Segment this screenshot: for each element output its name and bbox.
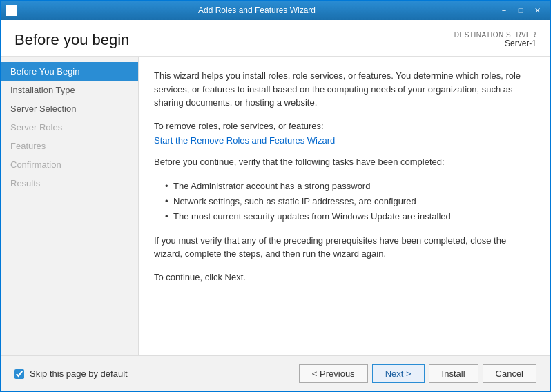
cancel-button[interactable]: Cancel bbox=[483, 364, 536, 383]
intro-paragraph: This wizard helps you install roles, rol… bbox=[154, 69, 535, 110]
wizard-main: Before You Begin Installation Type Serve… bbox=[1, 57, 550, 355]
skip-page-row: Skip this page by default bbox=[14, 369, 128, 379]
window-title: Add Roles and Features Wizard bbox=[17, 6, 496, 15]
bullet-item-2: Network settings, such as static IP addr… bbox=[165, 194, 535, 209]
server-name: Server-1 bbox=[454, 39, 536, 48]
destination-label: DESTINATION SERVER bbox=[454, 31, 536, 39]
nav-item-server-roles: Server Roles bbox=[1, 118, 138, 137]
wizard-body: Before you begin DESTINATION SERVER Serv… bbox=[1, 20, 550, 391]
minimize-button[interactable]: − bbox=[496, 4, 512, 17]
install-button[interactable]: Install bbox=[429, 364, 478, 383]
skip-page-checkbox[interactable] bbox=[14, 369, 24, 379]
nav-item-features: Features bbox=[1, 137, 138, 155]
skip-page-label[interactable]: Skip this page by default bbox=[30, 369, 128, 379]
nav-item-installation-type[interactable]: Installation Type bbox=[1, 81, 138, 99]
nav-item-confirmation: Confirmation bbox=[1, 155, 138, 174]
wizard-content: This wizard helps you install roles, rol… bbox=[139, 57, 550, 355]
wizard-header: Before you begin DESTINATION SERVER Serv… bbox=[1, 20, 550, 57]
previous-button[interactable]: < Previous bbox=[299, 364, 368, 383]
window-icon bbox=[6, 5, 17, 16]
wizard-window: Add Roles and Features Wizard − □ ✕ Befo… bbox=[0, 0, 551, 392]
nav-item-before-you-begin[interactable]: Before You Begin bbox=[1, 62, 138, 81]
destination-server-info: DESTINATION SERVER Server-1 bbox=[454, 31, 536, 48]
page-title: Before you begin bbox=[14, 31, 129, 49]
wizard-footer: Skip this page by default < Previous Nex… bbox=[1, 355, 550, 391]
close-button[interactable]: ✕ bbox=[530, 4, 545, 17]
prerequisites-list: The Administrator account has a strong p… bbox=[165, 179, 535, 224]
nav-item-results: Results bbox=[1, 174, 138, 193]
wizard-nav: Before You Begin Installation Type Serve… bbox=[1, 57, 139, 355]
window-controls: − □ ✕ bbox=[496, 4, 545, 17]
title-bar: Add Roles and Features Wizard − □ ✕ bbox=[1, 1, 550, 20]
bullet-item-1: The Administrator account has a strong p… bbox=[165, 179, 535, 194]
nav-item-server-selection[interactable]: Server Selection bbox=[1, 99, 138, 118]
prereq-text: If you must verify that any of the prece… bbox=[154, 234, 535, 261]
bullet-item-3: The most current security updates from W… bbox=[165, 209, 535, 224]
maximize-button[interactable]: □ bbox=[513, 4, 528, 17]
svg-rect-1 bbox=[9, 8, 14, 10]
next-button[interactable]: Next > bbox=[372, 364, 425, 383]
footer-buttons: < Previous Next > Install Cancel bbox=[299, 364, 536, 383]
remove-wizard-link[interactable]: Start the Remove Roles and Features Wiza… bbox=[154, 135, 335, 146]
svg-rect-3 bbox=[9, 12, 12, 14]
verify-label: Before you continue, verify that the fol… bbox=[154, 155, 535, 169]
continue-text: To continue, click Next. bbox=[154, 271, 535, 284]
svg-rect-2 bbox=[9, 10, 14, 12]
remove-label: To remove roles, role services, or featu… bbox=[154, 119, 535, 133]
